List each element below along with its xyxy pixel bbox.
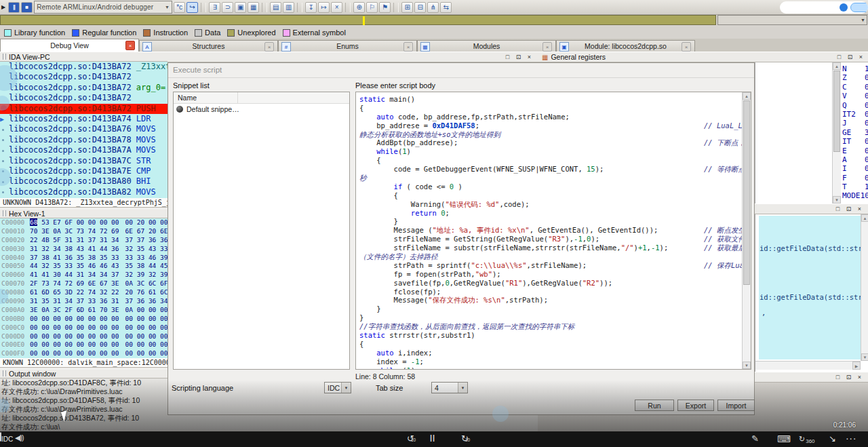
recorder-icon[interactable] [840,3,848,12]
bottom-pane-header[interactable]: □ ⊡ × [755,372,868,383]
disasm-line[interactable]: libcocos2dcpp.so:D413BA7A MOVS [0,145,167,155]
threads-list-icon[interactable]: ⊟ [414,2,426,13]
scroll-down-icon[interactable]: ▼ [743,362,751,369]
hex-view[interactable]: C0000068 53 E7 6F 00 00 00 0000 20 00 00… [0,218,168,358]
hex-row[interactable]: C0001070 3E 0A 3C 73 74 72 696E 67 20 6E [0,227,167,236]
code-line[interactable]: { [359,156,741,165]
code-line[interactable]: } [359,217,741,226]
scroll-up-icon[interactable]: ▲ [743,92,751,100]
register-row[interactable]: F0 [842,174,868,182]
code-line[interactable]: strPath = sprintf("c:\\lua\\%s",strFileN… [359,261,741,270]
scroll-up-icon[interactable]: ▲ [861,214,868,222]
code-line[interactable]: code = GetDebuggerEvent(WFNE_SUSP|WFNE_C… [359,165,741,174]
register-row[interactable]: GE3 [842,128,868,137]
close-icon[interactable]: × [125,41,135,50]
import-button[interactable]: Import [717,400,755,411]
code-line[interactable]: } [359,313,741,322]
detach-process-icon[interactable]: ⚑ [379,2,391,13]
register-row[interactable]: N1 [842,64,868,73]
disasm-line[interactable]: libcocos2dcpp.so:D413BA76 MOVS [0,124,167,134]
pencil-icon[interactable]: ✎ [751,433,759,444]
hex-row[interactable]: C000D000 00 00 00 00 00 00 0000 00 00 00 [0,332,167,341]
tab-module-libcocos2dcpp-so[interactable]: ▣Module: libcocos2dcpp.so× [556,40,695,52]
code-line[interactable]: Message("保存文件成功: %s\n",strPath); [359,296,741,305]
script-editor[interactable]: static main(){ auto code, bp_addrese,fp,… [355,92,751,370]
hex-row[interactable]: C0005044 32 35 33 35 46 46 4335 38 44 45 [0,262,167,271]
code-line[interactable]: strFileName = GetString(GetRegValue("R3"… [359,235,741,244]
register-row[interactable]: Q0 [842,101,868,110]
code-line[interactable]: 秒 [359,174,741,182]
watches-icon[interactable]: ▤ [270,2,281,13]
code-line[interactable]: if ( code <= 0 ) [359,182,741,191]
forward-30-icon[interactable]: ↻30 [461,433,469,444]
disasm-line[interactable]: libcocos2dcpp.so:D413BA80 BHI [0,176,167,187]
hex-row[interactable]: C000702F 73 74 72 69 6E 67 3E0A 3C 6C 6F [0,279,167,288]
float-icon[interactable]: □ [503,53,512,61]
close-icon[interactable]: × [403,42,413,52]
modules-list-icon[interactable]: ⇆ [440,2,452,13]
hex-row[interactable]: C000B000 00 00 00 00 00 00 0000 00 00 00 [0,315,167,324]
disasm-line[interactable]: libcocos2dcpp.so:D413BA72 [0,72,167,82]
close-icon[interactable]: × [264,42,274,52]
stop-icon[interactable]: ■ [21,2,33,13]
disasm-line[interactable]: ▶libcocos2dcpp.so:D413BA74 LDR [0,114,167,124]
code-line[interactable]: fp = fopen(strPath,"wb"); [359,270,741,279]
code-line[interactable]: Message ("地址: %a, 事件id: %x\n", GetEventE… [359,226,741,235]
disasm-line[interactable]: libcocos2dcpp.so:D413BA7E CMP [0,166,167,176]
disasm-line[interactable]: libcocos2dcpp.so:D413BA78 MOVS [0,135,167,145]
stack-vertical-scrollbar[interactable]: ▲ ▼ [861,214,868,361]
navigation-band-colorbar[interactable] [0,15,716,25]
hex-row[interactable]: C0004037 38 41 36 35 38 35 3333 33 46 39 [0,254,167,263]
maximize-icon[interactable]: ⊡ [844,205,853,213]
stack-horizontal-scrollbar[interactable]: ▶ [755,361,861,370]
hex-row[interactable]: C0006041 41 30 44 31 34 34 3732 39 32 39 [0,271,167,279]
debugger-select[interactable]: Remote ARMLinux/Android debugger▼ [34,1,172,14]
tab-size-select[interactable]: 4 ▼ [431,382,468,393]
code-line[interactable]: savefile(fp,0,GetRegValue("R1"),GetRegVa… [359,279,741,288]
code-line[interactable]: //字符串查找函数，从后面向前查找，返回第一次查找的字符串下标 [359,322,741,331]
code-line[interactable]: （文件的名字）去掉路径 [359,252,741,261]
step-over-icon[interactable]: ↦ [318,2,330,13]
registers-pane-header[interactable]: ▦ General registers □ ⊡ × [538,52,868,62]
step-into-icon[interactable]: ↧ [305,2,317,13]
scroll-down-icon[interactable]: ▼ [833,196,841,203]
shrink-icon[interactable]: ↘ [829,433,836,444]
disassembly-view[interactable]: libcocos2dcpp.so:D413BA72 _Z13xxtlibcoco… [0,62,168,198]
scroll-down-icon[interactable]: ▼ [861,353,868,361]
hex-row[interactable]: C000F000 00 00 00 00 00 00 0000 00 00 00 [0,349,167,358]
close-icon[interactable]: × [525,53,534,61]
code-line[interactable]: Warning("错误代码: %d",code); [359,200,741,209]
source-step-icon[interactable]: *c [174,2,185,13]
snippet-row[interactable]: Default snippe… [174,104,349,115]
register-row[interactable]: MODE10 [842,191,868,200]
hex-row[interactable]: C0002022 4B 5F 31 31 37 31 3437 37 36 36 [0,236,167,245]
code-line[interactable]: fclose(fp); [359,288,741,296]
cancel-debug-icon[interactable]: × [331,2,342,13]
register-row[interactable]: A0 [842,155,868,164]
chevron-down-icon[interactable]: ▼ [341,383,351,393]
tab-enums[interactable]: #Enums× [278,40,417,52]
disasm-line[interactable]: libcocos2dcpp.so:D413BA72 PUSH [0,104,167,114]
locals-icon[interactable]: ▥ [283,2,294,13]
disasm-line[interactable]: libcocos2dcpp.so:D413BA72 arg_0= [0,83,167,93]
tab-modules[interactable]: ▦Modules× [417,40,556,52]
code-line[interactable]: { [359,191,741,200]
tab-debug-view[interactable]: Debug View× [0,39,139,52]
more-options-icon[interactable]: ··· [846,435,857,443]
code-line[interactable]: while(1) [359,147,741,156]
scroll-up-icon[interactable]: ▲ [833,62,841,70]
code-line[interactable]: strFileName = substr(strFileName,strrstr… [359,244,741,252]
hex-row[interactable]: C0000068 53 E7 6F 00 00 00 0000 20 00 00 [0,218,167,227]
hex-row[interactable]: C000A03E 0A 3C 2F 6D 61 70 3E0A 00 00 00 [0,306,167,315]
code-line[interactable]: auto code, bp_addrese,fp,strPath,strFile… [359,113,741,121]
code-line[interactable]: 静态分析获取的函数地址+so文件的地址得到 [359,130,741,139]
hex-row[interactable]: C0003031 32 34 38 43 41 44 3632 35 43 33 [0,245,167,254]
stack-pane-header[interactable]: □ ⊡ × [755,203,868,214]
register-row[interactable]: V0 [842,92,868,100]
code-line[interactable]: index = -1; [359,357,741,366]
registers-scrollbar[interactable]: ▲ ▼ [832,62,841,203]
run-to-cursor-icon[interactable]: ⊕ [353,2,365,13]
code-line[interactable]: } [359,305,741,313]
close-icon[interactable]: × [855,205,864,213]
register-row[interactable]: T1 [842,182,868,191]
